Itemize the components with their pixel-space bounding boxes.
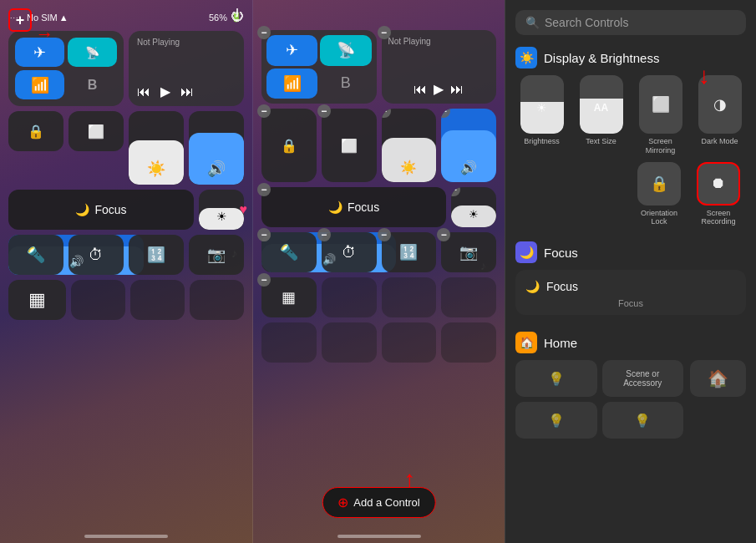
screen-mirror-btn[interactable]: ⬜ [68,111,124,151]
screenmir-icon-wrap[interactable]: ⬜ [639,75,682,134]
p2-empty3[interactable] [441,277,496,317]
display-icon: ☀️ [515,47,537,69]
power-icon[interactable]: ⏻ [231,8,244,23]
p2-media[interactable]: − Not Playing ⏮ ▶ ⏭ [382,30,497,104]
extra3[interactable] [190,280,244,320]
p2-airplane[interactable]: ✈ [266,35,317,66]
minus-flash[interactable]: − [257,228,271,241]
p2-lock[interactable]: − 🔒 [261,109,317,182]
bluetooth-btn[interactable]: B [68,70,117,99]
home-scene: 🏠 [690,360,746,439]
focus-btn[interactable]: 🌙 Focus [8,190,194,230]
minus-lock[interactable]: − [257,104,271,118]
screenrec-ctrl[interactable]: ⏺ Screen Recording [691,162,746,227]
screenmir-ctrl[interactable]: ⬜ Screen Mirroring [634,75,687,155]
orientation-ctrl[interactable]: 🔒 Orientation Lock [634,162,684,227]
p2-sun-mini: ☀ [469,208,479,221]
brightness-icon-wrap[interactable]: ☀ [520,75,564,134]
focus-item-row[interactable]: 🌙 Focus [525,277,736,297]
p2-volume[interactable]: − 🔊 [441,109,496,182]
add-control-btn[interactable]: ⊕ Add a Control [322,487,436,518]
p2-bt[interactable]: B [320,69,371,99]
light-btn-3[interactable]: 💡 [602,402,684,439]
p2-last-row: − ▦ [261,277,496,317]
darkmode-icon: ◑ [713,95,727,114]
flashlight-btn[interactable]: 🔦 [8,235,63,275]
home-lights: 💡 Scene or Accessory 💡 💡 [515,360,683,439]
p2-connectivity[interactable]: − ✈ 📡 📶 B [261,30,377,104]
minus-media[interactable]: − [378,26,391,39]
p2-empty1[interactable] [322,277,377,317]
p2-airdrop[interactable]: 📡 [320,35,371,66]
panel2-spacer [253,0,505,25]
display-section-header: ☀️ Display & Brightness [515,47,746,69]
scene-btn[interactable]: Scene or Accessory [602,360,684,397]
p2-timer[interactable]: − ⏱ [322,232,377,272]
home-section-label: Home [544,336,577,350]
minus-bright-mini[interactable]: − [451,187,460,196]
light-btn-2[interactable]: 💡 [515,402,597,439]
p2-play[interactable]: ▶ [434,81,444,97]
minus-vol[interactable]: − [441,109,450,118]
airplane-icon: ✈ [33,43,46,62]
minus-conn[interactable]: − [257,26,271,39]
airdrop-icon: 📡 [85,46,99,59]
p2-wifi[interactable]: 📶 [266,69,317,99]
textsize-icon: AA [594,95,608,114]
minus-bright[interactable]: − [382,109,391,118]
darkmode-label: Dark Mode [701,137,738,146]
p2-ph3[interactable] [382,322,437,363]
add-button[interactable]: + [8,8,32,32]
minus-focus[interactable]: − [257,183,271,196]
screenrec-label: Screen Recording [691,209,746,227]
airdrop-btn[interactable]: 📡 [68,38,117,67]
p2-ph1[interactable] [261,322,317,363]
p2-calc[interactable]: − 🔢 [382,232,437,272]
textsize-ctrl[interactable]: AA Text Size [575,75,627,155]
home-indicator-1 [84,535,168,538]
brightness-mini[interactable]: ☀ [199,190,244,230]
next-icon[interactable]: ⏭ [180,84,194,99]
brightness-slider[interactable]: ☀️ [129,111,184,185]
focus-moon-icon: 🌙 [525,280,540,293]
extra1[interactable] [71,280,125,320]
media-block[interactable]: Not Playing ⏮ ▶ ⏭ [129,31,244,106]
home-icon[interactable]: 🏠 [690,360,746,397]
lock-btn[interactable]: 🔒 [8,111,63,151]
orientation-icon-wrap[interactable]: 🔒 [637,162,681,206]
p2-focus-btn[interactable]: − 🌙 Focus [261,187,446,227]
p2-brightness[interactable]: − ☀️ [382,109,437,182]
light-btn-1[interactable]: 💡 [515,360,597,397]
p2-ph4[interactable] [441,322,496,363]
focus-label: Focus [94,203,126,216]
minus-camera[interactable]: − [437,228,450,241]
p2-bright-mini[interactable]: − ☀ [451,187,496,227]
wifi-btn[interactable]: 📶 [15,70,64,99]
p2-next[interactable]: ⏭ [450,82,464,97]
camera-btn[interactable]: 📷 [189,235,244,275]
volume-slider[interactable]: 🔊 [189,111,244,185]
p2-screen[interactable]: − ⬜ [322,109,377,182]
minus-screen[interactable]: − [317,104,331,118]
extra2[interactable] [130,280,185,320]
qr-btn[interactable]: ▦ [8,280,66,320]
p2-prev[interactable]: ⏮ [414,82,427,97]
minus-calc[interactable]: − [378,228,391,241]
play-icon[interactable]: ▶ [160,84,170,99]
screenrec-icon-wrap[interactable]: ⏺ [697,162,740,206]
minus-timer[interactable]: − [317,228,331,241]
prev-icon[interactable]: ⏮ [137,84,150,99]
p2-camera[interactable]: − 📷 [441,232,496,272]
textsize-icon-wrap[interactable]: AA [580,75,623,134]
brightness-ctrl[interactable]: ☀ Brightness [515,75,568,155]
search-bar[interactable]: 🔍 Search Controls [515,10,746,35]
p2-qr[interactable]: − ▦ [261,277,317,317]
connectivity-block[interactable]: ✈ 📡 📶 B [8,31,124,106]
p2-vol-icon: 🔊 [460,160,477,175]
p2-flashlight[interactable]: − 🔦 [261,232,317,272]
p2-ph2[interactable] [322,322,377,363]
calculator-btn[interactable]: 🔢 [129,235,184,275]
minus-qr[interactable]: − [257,273,271,287]
focus-section-icon: 🌙 [515,241,537,263]
p2-empty2[interactable] [382,277,437,317]
